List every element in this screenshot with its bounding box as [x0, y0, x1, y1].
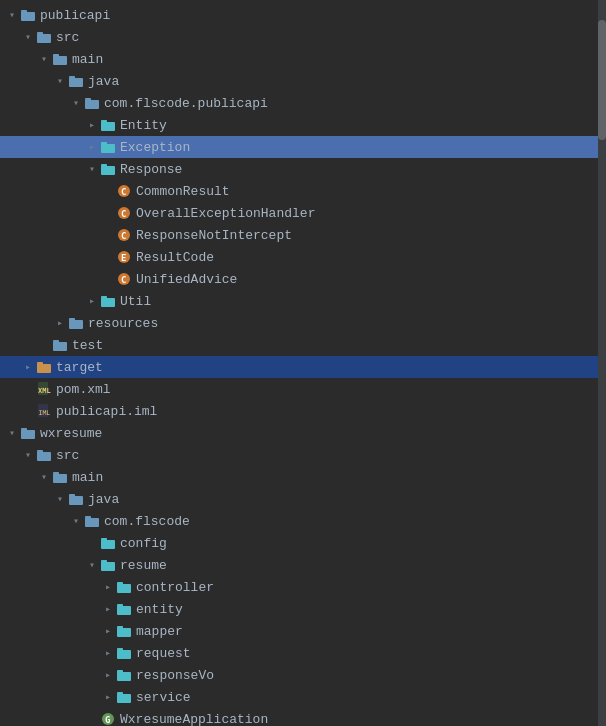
chevron-entity1[interactable] [84, 117, 100, 133]
tree-item-src2[interactable]: src [0, 444, 606, 466]
chevron-commonresult[interactable] [100, 183, 116, 199]
chevron-exception1[interactable] [84, 139, 100, 155]
tree-item-request1[interactable]: request [0, 642, 606, 664]
chevron-main1[interactable] [36, 51, 52, 67]
tree-item-entity1[interactable]: Entity [0, 114, 606, 136]
icon-pomxml: XML [36, 381, 52, 397]
icon-test1 [52, 337, 68, 353]
icon-mapper1 [116, 623, 132, 639]
svg-rect-42 [53, 474, 67, 483]
scrollbar-track[interactable] [598, 0, 606, 726]
svg-text:G: G [105, 715, 110, 725]
chevron-request1[interactable] [100, 645, 116, 661]
tree-item-pomxml[interactable]: XML pom.xml [0, 378, 606, 400]
chevron-resume1[interactable] [84, 557, 100, 573]
chevron-main2[interactable] [36, 469, 52, 485]
chevron-publicapi[interactable] [4, 7, 20, 23]
tree-item-controller1[interactable]: controller [0, 576, 606, 598]
chevron-responsevo1[interactable] [100, 667, 116, 683]
svg-text:E: E [121, 253, 126, 263]
svg-rect-8 [85, 100, 99, 109]
chevron-pomxml[interactable] [20, 381, 36, 397]
svg-text:C: C [121, 275, 126, 285]
tree-item-util1[interactable]: Util [0, 290, 606, 312]
tree-item-config1[interactable]: config [0, 532, 606, 554]
tree-item-test1[interactable]: test [0, 334, 606, 356]
chevron-com_flscode[interactable] [68, 513, 84, 529]
tree-item-exception1[interactable]: Exception [0, 136, 606, 158]
tree-item-publicapi[interactable]: publicapi [0, 4, 606, 26]
chevron-java2[interactable] [52, 491, 68, 507]
icon-com_flscode [84, 513, 100, 529]
tree-item-publicapiiml[interactable]: IML publicapi.iml [0, 400, 606, 422]
tree-item-wxresume[interactable]: wxresume [0, 422, 606, 444]
chevron-controller1[interactable] [100, 579, 116, 595]
tree-item-src1[interactable]: src [0, 26, 606, 48]
icon-src2 [36, 447, 52, 463]
label-service1: service [136, 690, 191, 705]
chevron-entity2[interactable] [100, 601, 116, 617]
label-entity1: Entity [120, 118, 167, 133]
svg-rect-32 [37, 364, 51, 373]
chevron-resultcode[interactable] [100, 249, 116, 265]
tree-item-mapper1[interactable]: mapper [0, 620, 606, 642]
tree-item-unifiedadvice[interactable]: C UnifiedAdvice [0, 268, 606, 290]
svg-rect-39 [21, 428, 27, 431]
tree-item-target1[interactable]: target [0, 356, 606, 378]
chevron-publicapiiml[interactable] [20, 403, 36, 419]
icon-entity2 [116, 601, 132, 617]
svg-rect-51 [101, 560, 107, 563]
svg-rect-46 [85, 518, 99, 527]
chevron-responsenotintercept[interactable] [100, 227, 116, 243]
svg-rect-28 [69, 320, 83, 329]
chevron-mapper1[interactable] [100, 623, 116, 639]
tree-item-resources1[interactable]: resources [0, 312, 606, 334]
icon-src1 [36, 29, 52, 45]
chevron-service1[interactable] [100, 689, 116, 705]
tree-item-entity2[interactable]: entity [0, 598, 606, 620]
chevron-com_flscode_publicapi[interactable] [68, 95, 84, 111]
svg-rect-29 [69, 318, 75, 321]
svg-rect-11 [101, 120, 107, 123]
icon-resultcode: E [116, 249, 132, 265]
tree-item-com_flscode_publicapi[interactable]: com.flscode.publicapi [0, 92, 606, 114]
chevron-overallexceptionhandler[interactable] [100, 205, 116, 221]
label-exception1: Exception [120, 140, 190, 155]
tree-item-resume1[interactable]: resume [0, 554, 606, 576]
tree-item-java1[interactable]: java [0, 70, 606, 92]
scrollbar-thumb[interactable] [598, 20, 606, 140]
chevron-util1[interactable] [84, 293, 100, 309]
tree-item-main1[interactable]: main [0, 48, 606, 70]
chevron-resources1[interactable] [52, 315, 68, 331]
tree-item-response1[interactable]: Response [0, 158, 606, 180]
chevron-response1[interactable] [84, 161, 100, 177]
icon-overallexceptionhandler: C [116, 205, 132, 221]
tree-item-service1[interactable]: service [0, 686, 606, 708]
svg-rect-48 [101, 540, 115, 549]
tree-item-responsevo1[interactable]: responseVo [0, 664, 606, 686]
chevron-unifiedadvice[interactable] [100, 271, 116, 287]
chevron-java1[interactable] [52, 73, 68, 89]
tree-item-wxresumeapp[interactable]: G WxresumeApplication [0, 708, 606, 726]
tree-item-java2[interactable]: java [0, 488, 606, 510]
svg-rect-15 [101, 164, 107, 167]
chevron-target1[interactable] [20, 359, 36, 375]
tree-item-overallexceptionhandler[interactable]: C OverallExceptionHandler [0, 202, 606, 224]
svg-rect-58 [117, 650, 131, 659]
chevron-src2[interactable] [20, 447, 36, 463]
label-config1: config [120, 536, 167, 551]
svg-text:C: C [121, 209, 126, 219]
chevron-wxresumeapp[interactable] [84, 711, 100, 726]
tree-item-com_flscode[interactable]: com.flscode [0, 510, 606, 532]
label-publicapi: publicapi [40, 8, 110, 23]
tree-item-commonresult[interactable]: C CommonResult [0, 180, 606, 202]
chevron-wxresume[interactable] [4, 425, 20, 441]
chevron-src1[interactable] [20, 29, 36, 45]
icon-main2 [52, 469, 68, 485]
tree-item-responsenotintercept[interactable]: C ResponseNotIntercept [0, 224, 606, 246]
chevron-test1[interactable] [36, 337, 52, 353]
tree-item-resultcode[interactable]: E ResultCode [0, 246, 606, 268]
tree-item-main2[interactable]: main [0, 466, 606, 488]
icon-request1 [116, 645, 132, 661]
chevron-config1[interactable] [84, 535, 100, 551]
